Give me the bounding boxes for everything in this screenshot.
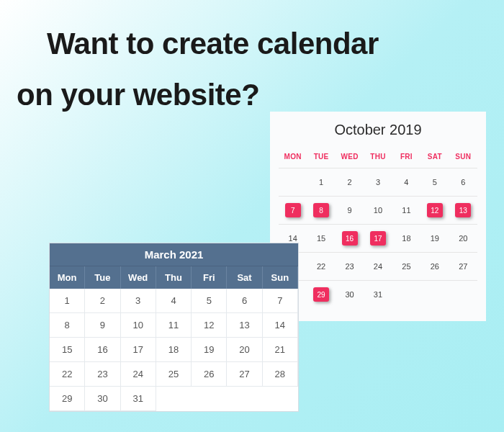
calendar-a-day-cell[interactable]: 9	[85, 313, 120, 338]
calendar-b-day-cell[interactable]: 16	[336, 225, 364, 252]
calendar-a-day-cell[interactable]: 18	[156, 338, 192, 362]
calendar-b-day-cell[interactable]: 1	[307, 168, 335, 196]
calendar-a-day-cell[interactable]: 16	[85, 338, 120, 362]
calendar-a-day-cell[interactable]: 19	[192, 338, 227, 362]
calendar-b-day-cell[interactable]: 31	[364, 281, 392, 308]
calendar-b-day-cell[interactable]: 26	[420, 253, 449, 280]
calendar-b-day-cell[interactable]: 18	[392, 225, 420, 252]
calendar-b-grid: MONTUEWEDTHUFRISATSUN1234567891011121314…	[279, 148, 477, 308]
calendar-b-day-cell[interactable]: 8	[307, 197, 335, 224]
calendar-b-day-highlighted[interactable]: 8	[313, 203, 329, 217]
calendar-b-day-cell[interactable]: 4	[392, 168, 420, 196]
calendar-b-day-cell[interactable]: 22	[307, 253, 335, 280]
calendar-a-day-cell[interactable]: 8	[50, 313, 85, 338]
calendar-a-day-empty	[227, 387, 262, 411]
calendar-a-day-cell[interactable]: 12	[192, 313, 227, 338]
calendar-a-weekday: Fri	[192, 266, 227, 289]
calendar-b-weekday: SUN	[449, 148, 477, 168]
calendar-b-day-highlighted[interactable]: 29	[313, 287, 329, 302]
calendar-a-weekday: Sat	[227, 266, 262, 289]
calendar-b-day-cell[interactable]: 6	[449, 168, 477, 196]
calendar-b-day-cell[interactable]	[279, 168, 307, 196]
calendar-b-weekday: WED	[336, 148, 364, 168]
calendar-b-day-cell[interactable]: 17	[364, 225, 392, 252]
calendar-a-day-cell[interactable]: 15	[50, 338, 85, 362]
calendar-b-weekday: THU	[364, 148, 392, 168]
calendar-a-weekday: Thu	[156, 266, 192, 289]
calendar-b-day-cell[interactable]: 20	[449, 225, 477, 252]
calendar-b-day-cell[interactable]: 13	[449, 197, 477, 224]
calendar-a-day-cell[interactable]: 28	[263, 362, 298, 387]
calendar-b-day-cell[interactable]: 30	[336, 281, 364, 308]
calendar-a-day-empty	[156, 387, 192, 411]
calendar-b-day-cell[interactable]: 9	[336, 197, 364, 224]
calendar-b-day-cell[interactable]: 23	[336, 253, 364, 280]
calendar-b-day-cell[interactable]: 2	[336, 168, 364, 196]
calendar-a-day-cell[interactable]: 25	[156, 362, 192, 387]
calendar-b-day-cell[interactable]: 19	[420, 225, 449, 252]
calendar-october-2019: October 2019 MONTUEWEDTHUFRISATSUN123456…	[270, 112, 486, 321]
calendar-a-day-cell[interactable]: 27	[227, 362, 262, 387]
calendar-b-weekday: MON	[279, 148, 307, 168]
calendar-a-day-cell[interactable]: 1	[50, 289, 85, 313]
calendar-a-title: March 2021	[50, 243, 298, 266]
calendar-a-grid: MonTueWedThuFriSatSun1234567891011121314…	[50, 266, 298, 411]
calendar-a-day-cell[interactable]: 24	[121, 362, 156, 387]
calendar-a-day-cell[interactable]: 13	[227, 313, 262, 338]
calendar-b-day-cell[interactable]: 12	[420, 197, 449, 224]
calendar-a-day-cell[interactable]: 7	[263, 289, 298, 313]
calendar-a-weekday: Mon	[50, 266, 85, 289]
calendar-b-weekday: SAT	[420, 148, 449, 168]
calendar-b-day-cell[interactable]: 24	[364, 253, 392, 280]
headline: Want to create calendar on your website?	[47, 18, 490, 121]
calendar-a-day-cell[interactable]: 29	[50, 387, 85, 411]
calendar-a-weekday: Wed	[121, 266, 156, 289]
calendar-b-day-highlighted[interactable]: 17	[370, 231, 386, 246]
calendar-b-day-cell[interactable]: 15	[307, 225, 335, 252]
calendar-a-day-cell[interactable]: 3	[121, 289, 156, 313]
calendar-b-day-cell[interactable]: 10	[364, 197, 392, 224]
calendar-b-day-cell[interactable]: 7	[279, 197, 307, 224]
calendar-a-day-cell[interactable]: 14	[263, 313, 298, 338]
calendar-a-day-cell[interactable]: 23	[85, 362, 120, 387]
calendar-b-day-cell[interactable]: 11	[392, 197, 420, 224]
calendar-b-day-cell[interactable]: 29	[307, 281, 335, 308]
calendar-march-2021: March 2021 MonTueWedThuFriSatSun12345678…	[49, 243, 299, 412]
calendar-b-day-cell[interactable]: 25	[392, 253, 420, 280]
calendar-a-day-empty	[192, 387, 227, 411]
calendar-a-day-cell[interactable]: 30	[85, 387, 120, 411]
calendar-a-day-cell[interactable]: 26	[192, 362, 227, 387]
calendar-b-day-cell[interactable]: 5	[420, 168, 449, 196]
calendar-b-day-cell[interactable]	[420, 281, 449, 308]
calendar-a-day-cell[interactable]: 22	[50, 362, 85, 387]
calendar-b-day-highlighted[interactable]: 7	[285, 203, 301, 217]
calendar-a-day-empty	[263, 387, 298, 411]
calendar-a-weekday: Sun	[263, 266, 298, 289]
calendar-b-weekday: FRI	[392, 148, 420, 168]
calendar-a-day-cell[interactable]: 31	[121, 387, 156, 411]
calendar-a-day-cell[interactable]: 2	[85, 289, 120, 313]
headline-line-1: Want to create calendar	[47, 18, 490, 69]
calendar-a-day-cell[interactable]: 20	[227, 338, 262, 362]
calendar-a-day-cell[interactable]: 5	[192, 289, 227, 313]
calendar-b-day-cell[interactable]	[449, 281, 477, 308]
calendar-b-day-highlighted[interactable]: 13	[455, 203, 471, 217]
calendar-a-day-cell[interactable]: 10	[121, 313, 156, 338]
calendar-b-day-highlighted[interactable]: 12	[427, 203, 443, 217]
calendar-b-day-cell[interactable]: 27	[449, 253, 477, 280]
calendar-a-day-cell[interactable]: 11	[156, 313, 192, 338]
calendar-a-day-cell[interactable]: 4	[156, 289, 192, 313]
calendar-a-weekday: Tue	[85, 266, 120, 289]
calendar-b-day-highlighted[interactable]: 16	[342, 231, 358, 246]
calendar-b-title: October 2019	[279, 122, 477, 138]
calendar-a-day-cell[interactable]: 17	[121, 338, 156, 362]
calendar-b-day-cell[interactable]: 3	[364, 168, 392, 196]
calendar-a-day-cell[interactable]: 6	[227, 289, 262, 313]
calendar-b-weekday: TUE	[307, 148, 335, 168]
calendar-b-day-cell[interactable]	[392, 281, 420, 308]
calendar-a-day-cell[interactable]: 21	[263, 338, 298, 362]
